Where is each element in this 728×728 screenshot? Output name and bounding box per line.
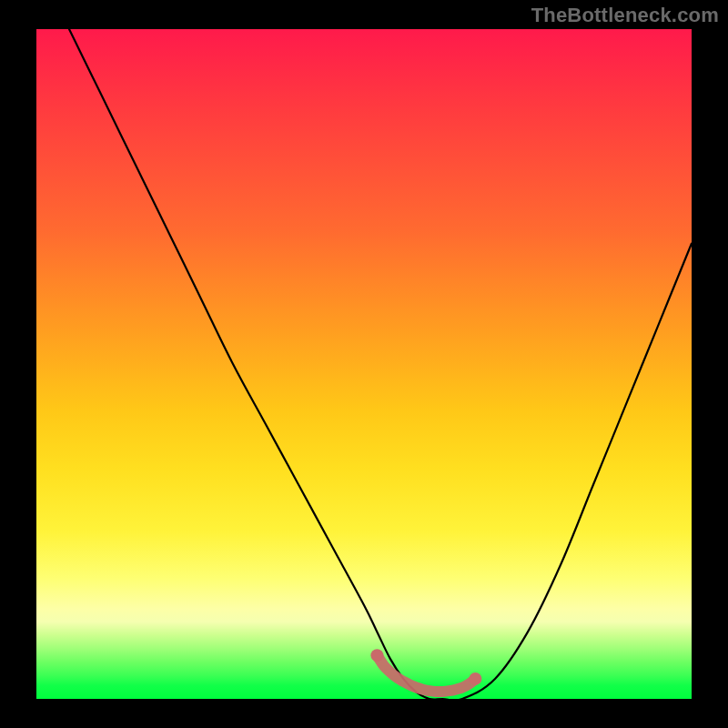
watermark: TheBottleneck.com (531, 4, 719, 27)
bottleneck-curve (69, 29, 692, 699)
chart-container: TheBottleneck.com (0, 0, 728, 728)
plot-area (36, 29, 692, 699)
marker-dot (469, 672, 481, 685)
marker-dot (370, 649, 383, 662)
curve-svg (36, 29, 692, 699)
